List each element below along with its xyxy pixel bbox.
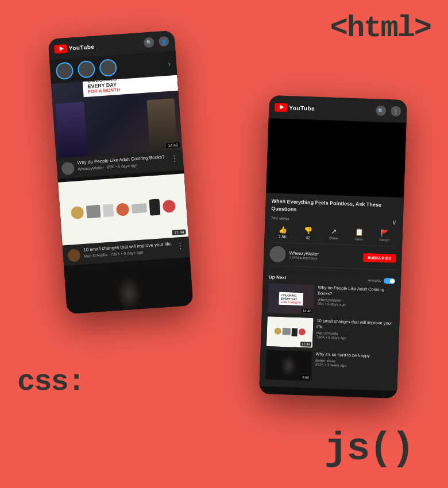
up-next-thumb-2: 11:44 xyxy=(267,316,314,348)
up-next-thumb-3: 9:50 xyxy=(265,350,312,381)
story-2[interactable] xyxy=(77,60,95,79)
up-next-item-2[interactable]: 11:44 10 small changes that will improve… xyxy=(267,316,394,351)
duration-1: 14:46 xyxy=(166,142,180,149)
video-thumb-1[interactable]: COLORING EVERY DAY FOR A MONTH 14:46 xyxy=(51,75,183,158)
yt-play-left xyxy=(59,46,64,51)
item-phone xyxy=(149,199,160,215)
channel-row: WheezyWaiter 1.04M subscribers SUBSCRIBE xyxy=(269,242,396,270)
duration-2: 11:44 xyxy=(172,229,186,235)
dislike-count: 42 xyxy=(306,236,310,240)
up-next-items-content xyxy=(272,326,307,339)
expand-icon[interactable]: ∨ xyxy=(392,218,397,226)
meta-1: Why do People Like Adult Coloring Books?… xyxy=(77,154,167,171)
video-player[interactable] xyxy=(266,118,406,197)
video-thumb-3[interactable] xyxy=(64,261,194,314)
report-label: Report xyxy=(379,238,389,242)
up-next-section: Up Next Autoplay COLORINGEVERY DAYFOR A … xyxy=(259,270,401,391)
up-next-info-3: Why it's so hard to be happy Better Idea… xyxy=(315,351,393,369)
up-next-channel-2: Matt D'Avella726K • 6 days ago xyxy=(316,331,393,342)
thumb-coloring: COLORING EVERY DAY FOR A MONTH 14:46 xyxy=(51,75,183,158)
up-next-info-2: 10 small changes that will improve your … xyxy=(316,318,393,341)
meta-2: 10 small changes that will improve your … xyxy=(83,241,173,258)
like-button[interactable]: 👍 7.8K xyxy=(270,225,295,239)
phone-right: YouTube 🔍 ⋮ When Everything Feels Pointl… xyxy=(259,95,407,398)
more-1[interactable]: ⋮ xyxy=(170,153,179,163)
main-video-title: When Everything Feels Pointless, Ask The… xyxy=(271,197,398,216)
item-clock xyxy=(86,205,101,219)
items-grid xyxy=(67,195,179,224)
item-circle2 xyxy=(116,203,129,216)
subscribe-button[interactable]: SUBSCRIBE xyxy=(363,253,396,263)
item-donut xyxy=(71,206,84,219)
autoplay-text: Autoplay xyxy=(368,278,382,282)
mini-item-4 xyxy=(299,328,306,335)
like-icon: 👍 xyxy=(278,226,287,234)
more-2[interactable]: ⋮ xyxy=(176,241,185,250)
yt-logo-left: YouTube xyxy=(54,42,95,53)
share-label: Share xyxy=(329,237,338,241)
css-label: css: xyxy=(17,365,84,399)
toggle-knob xyxy=(390,279,395,284)
yt-play-right xyxy=(280,105,284,110)
up-next-channel-1: WheezyWaiter95K • 6 days ago xyxy=(317,297,394,308)
save-label: Save xyxy=(355,238,363,241)
avatar-1 xyxy=(61,162,75,175)
up-next-title-2: 10 small changes that will improve your … xyxy=(316,318,394,332)
up-next-info-1: Why do People Like Adult Coloring Books?… xyxy=(317,285,395,308)
story-3[interactable] xyxy=(99,59,117,77)
yt-text-right: YouTube xyxy=(289,104,315,112)
phone-left: YouTube 🔍 👤 › COLORING EVERY DAY FOR A M… xyxy=(48,30,194,314)
mini-item-3 xyxy=(292,328,298,336)
story-arrow[interactable]: › xyxy=(168,59,171,68)
thumb-face xyxy=(64,261,194,314)
avatar-2 xyxy=(67,249,80,262)
up-next-header: Up Next Autoplay xyxy=(269,274,395,284)
dislike-button[interactable]: 👎 42 xyxy=(296,226,320,240)
yt-logo-right: YouTube xyxy=(275,103,315,113)
js-label: js() xyxy=(325,427,414,471)
up-next-channel-3: Better Ideas252K • 1 week ago xyxy=(315,358,392,369)
video-thumb-2[interactable]: 11:44 xyxy=(58,173,188,245)
yt-icon-right xyxy=(275,103,288,112)
channel-avatar xyxy=(269,246,286,262)
report-button[interactable]: 🚩 Report xyxy=(372,229,397,243)
item-apple xyxy=(163,200,176,213)
item-paper xyxy=(132,203,147,214)
search-icon-left[interactable]: 🔍 xyxy=(144,37,155,48)
face-figure xyxy=(113,273,145,314)
account-icon-left[interactable]: 👤 xyxy=(159,36,169,47)
share-icon: ↗ xyxy=(331,227,337,235)
save-button[interactable]: 📋 Save xyxy=(347,228,372,242)
yt-icon-left xyxy=(54,44,67,53)
story-1[interactable] xyxy=(55,61,74,80)
item-bottle xyxy=(103,204,114,217)
left-header-icons: 🔍 👤 xyxy=(144,36,169,48)
autoplay-toggle[interactable] xyxy=(384,278,395,284)
up-next-title-1: Why do People Like Adult Coloring Books? xyxy=(318,285,395,299)
up-next-item-3[interactable]: 9:50 Why it's so hard to be happy Better… xyxy=(265,350,393,384)
thumb-items: 11:44 xyxy=(58,173,188,245)
up-next-dur-2: 11:44 xyxy=(300,342,311,347)
person-left-figure xyxy=(55,102,88,158)
save-icon: 📋 xyxy=(355,228,364,237)
up-next-face-figure xyxy=(280,355,297,377)
mini-item-1 xyxy=(275,328,281,335)
share-button[interactable]: ↗ Share xyxy=(321,227,346,241)
up-next-item-1[interactable]: COLORINGEVERY DAYFOR A MONTH 14:46 Why d… xyxy=(268,283,395,317)
up-next-thumb-1: COLORINGEVERY DAYFOR A MONTH 14:46 xyxy=(268,283,315,315)
views-text: 74K views xyxy=(271,216,392,224)
video-details: When Everything Feels Pointless, Ask The… xyxy=(263,193,404,275)
yt-text-left: YouTube xyxy=(68,43,94,51)
more-icon-right[interactable]: ⋮ xyxy=(391,106,401,117)
up-next-coloring-text: COLORINGEVERY DAYFOR A MONTH xyxy=(279,292,304,305)
right-header-icons: 🔍 ⋮ xyxy=(376,105,401,117)
up-next-dur-1: 14:46 xyxy=(302,308,312,313)
channel-info: WheezyWaiter 1.04M subscribers xyxy=(289,250,363,261)
up-next-label: Up Next xyxy=(269,274,287,280)
like-count: 7.8K xyxy=(278,235,287,239)
html-label: <html> xyxy=(330,11,431,45)
search-icon-right[interactable]: 🔍 xyxy=(376,105,387,116)
dislike-icon: 👎 xyxy=(304,226,312,235)
up-next-dur-3: 9:50 xyxy=(301,375,310,380)
report-icon: 🚩 xyxy=(380,229,389,238)
